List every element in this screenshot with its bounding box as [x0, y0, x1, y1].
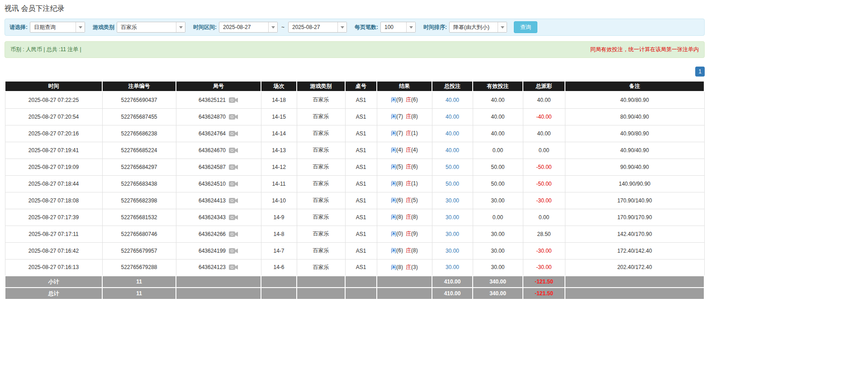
- cell-game-type: 百家乐: [297, 209, 345, 226]
- result-player-label: 闲: [391, 163, 396, 170]
- chevron-down-icon[interactable]: [406, 22, 415, 32]
- video-replay-icon[interactable]: [228, 264, 238, 271]
- header-payout: 总派彩: [523, 81, 565, 91]
- chevron-down-icon[interactable]: [337, 22, 346, 32]
- cell-total-bet[interactable]: 30.00: [432, 209, 473, 226]
- cell-result: 闲(6)庄(5): [377, 192, 432, 209]
- result-player-label: 闲: [391, 264, 396, 270]
- cell-result: 闲(5)庄(6): [377, 159, 432, 175]
- result-banker-label: 庄: [406, 130, 411, 136]
- cell-total-bet[interactable]: 30.00: [432, 192, 473, 209]
- cell-result: 闲(7)庄(8): [377, 108, 432, 125]
- video-replay-icon[interactable]: [228, 96, 238, 104]
- result-player-score: (6): [396, 197, 403, 203]
- header-result: 结果: [377, 81, 432, 91]
- cell-payout: 40.00: [523, 91, 565, 108]
- sort-select[interactable]: 降幂(由大到小): [449, 22, 507, 33]
- video-replay-icon[interactable]: [228, 247, 238, 255]
- cell-payout: -30.00: [523, 259, 565, 276]
- cell-total-bet[interactable]: 50.00: [432, 175, 473, 192]
- page-button-1[interactable]: 1: [695, 67, 705, 77]
- cell-total-bet[interactable]: 40.00: [432, 125, 473, 142]
- page-container: 视讯 会员下注纪录 请选择: 日期查询 游戏类别 百家乐 时间区间: 2025-…: [5, 4, 705, 300]
- cell-session: 14-14: [261, 125, 297, 142]
- cell-time: 2025-08-27 07:16:42: [5, 242, 102, 259]
- cell-time: 2025-08-27 07:20:16: [5, 125, 102, 142]
- cell-result: 闲(8)庄(8): [377, 209, 432, 226]
- cell-session: 14-18: [261, 91, 297, 108]
- result-player-score: (7): [396, 113, 403, 120]
- header-valid-bet: 有效投注: [473, 81, 523, 91]
- cell-total-bet[interactable]: 30.00: [432, 226, 473, 242]
- game-type-value: 百家乐: [117, 22, 176, 32]
- cell-table-no: AS1: [345, 142, 377, 159]
- video-replay-icon[interactable]: [228, 147, 238, 154]
- video-replay-icon[interactable]: [228, 180, 238, 187]
- video-replay-icon[interactable]: [228, 231, 238, 238]
- cell-round-id: 643624199: [176, 242, 261, 259]
- cell-session: 14-7: [261, 242, 297, 259]
- video-replay-icon[interactable]: [228, 214, 238, 221]
- cell-bet-id: 522765679957: [102, 242, 176, 259]
- table-row: 2025-08-27 07:17:39 522765681532 6436243…: [5, 209, 704, 226]
- cell-total-bet[interactable]: 50.00: [432, 159, 473, 175]
- cell-round-id: 643624123: [176, 259, 261, 276]
- date-from-select[interactable]: 2025-08-27: [219, 22, 278, 33]
- chevron-down-icon[interactable]: [268, 22, 277, 32]
- chevron-down-icon[interactable]: [176, 22, 185, 32]
- cell-round-id: 643624510: [176, 175, 261, 192]
- cell-time: 2025-08-27 07:18:08: [5, 192, 102, 209]
- video-replay-icon[interactable]: [228, 130, 238, 137]
- cell-bet-id: 522765685224: [102, 142, 176, 159]
- cell-total-bet[interactable]: 40.00: [432, 91, 473, 108]
- result-player-label: 闲: [391, 231, 396, 237]
- cell-remark: 202.40/172.40: [565, 259, 704, 276]
- cell-game-type: 百家乐: [297, 192, 345, 209]
- result-banker-score: (8): [411, 113, 418, 120]
- cell-payout: 0.00: [523, 142, 565, 159]
- empty-cell: [345, 276, 377, 288]
- cell-valid-bet: 0.00: [473, 142, 523, 159]
- table-row: 2025-08-27 07:17:11 522765680746 6436242…: [5, 226, 704, 242]
- cell-total-bet[interactable]: 30.00: [432, 242, 473, 259]
- cell-remark: 40.90/80.90: [565, 125, 704, 142]
- table-header: 时间 注单编号 局号 场次 游戏类别 桌号 结果 总投注 有效投注 总派彩 备注: [5, 81, 704, 91]
- result-player-score: (5): [396, 163, 403, 170]
- video-replay-icon[interactable]: [228, 113, 238, 120]
- cell-session: 14-6: [261, 259, 297, 276]
- cell-round-id: 643624343: [176, 209, 261, 226]
- cell-game-type: 百家乐: [297, 142, 345, 159]
- header-session: 场次: [261, 81, 297, 91]
- result-banker-score: (3): [411, 264, 418, 270]
- result-player-score: (8): [396, 180, 403, 187]
- cell-remark: 40.90/40.90: [565, 142, 704, 159]
- search-button[interactable]: 查询: [514, 21, 537, 33]
- cell-payout: -40.00: [523, 108, 565, 125]
- game-type-select[interactable]: 百家乐: [117, 22, 185, 33]
- cell-remark: 170.90/170.90: [565, 209, 704, 226]
- cell-valid-bet: 40.00: [473, 125, 523, 142]
- cell-total-bet[interactable]: 30.00: [432, 259, 473, 276]
- result-banker-label: 庄: [406, 197, 411, 203]
- cell-total-bet[interactable]: 40.00: [432, 142, 473, 159]
- video-replay-icon[interactable]: [228, 197, 238, 204]
- cell-table-no: AS1: [345, 159, 377, 175]
- page-size-select[interactable]: 100: [380, 22, 416, 33]
- result-banker-score: (6): [411, 163, 418, 170]
- chevron-down-icon[interactable]: [498, 22, 507, 32]
- cell-time: 2025-08-27 07:19:09: [5, 159, 102, 175]
- query-type-select[interactable]: 日期查询: [30, 22, 85, 33]
- date-to-select[interactable]: 2025-08-27: [288, 22, 347, 33]
- empty-cell: [297, 276, 345, 288]
- cell-session: 14-9: [261, 209, 297, 226]
- cell-bet-id: 522765684297: [102, 159, 176, 175]
- header-time: 时间: [5, 81, 102, 91]
- result-banker-score: (1): [411, 130, 418, 136]
- empty-cell: [377, 288, 432, 299]
- cell-valid-bet: 30.00: [473, 192, 523, 209]
- video-replay-icon[interactable]: [228, 163, 238, 171]
- round-id-text: 643624123: [199, 264, 226, 270]
- chevron-down-icon[interactable]: [76, 22, 85, 32]
- sort-label: 时间排序:: [423, 24, 447, 31]
- cell-total-bet[interactable]: 40.00: [432, 108, 473, 125]
